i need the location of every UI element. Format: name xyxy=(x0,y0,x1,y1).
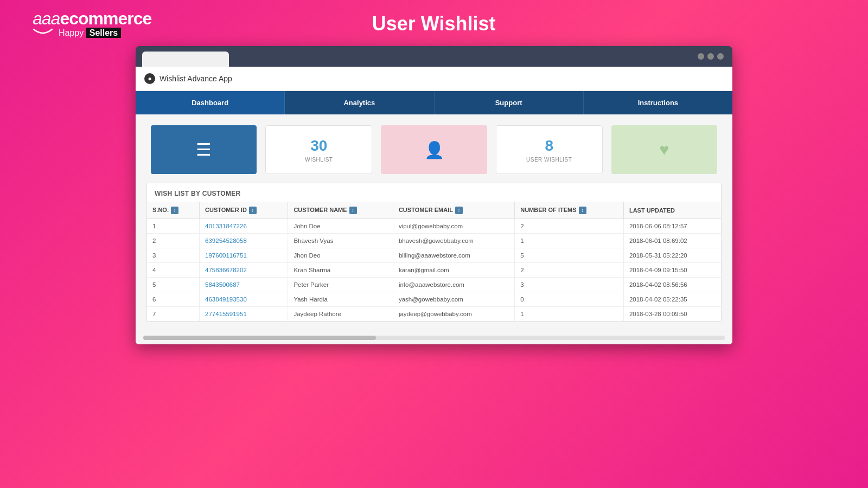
wishlist-number: 30 xyxy=(310,137,327,155)
col-customer-id: CUSTOMER ID↕ xyxy=(200,202,288,219)
cell-customer-id[interactable]: 463849193530 xyxy=(200,292,288,307)
col-customer-name: CUSTOMER NAME↕ xyxy=(288,202,393,219)
cell-customer-name: Kran Sharma xyxy=(288,263,393,278)
logo-area: aaaecommerce Happy Sellers xyxy=(33,10,151,38)
stat-card-user-wishlist: 8 USER WISHLIST xyxy=(496,125,603,174)
cell-customer-email: karan@gmail.com xyxy=(393,263,514,278)
cell-sno: 5 xyxy=(147,278,200,292)
sellers-box-text: Sellers xyxy=(86,28,121,38)
cell-customer-email: vipul@gowebbaby.com xyxy=(393,219,514,234)
browser-dot-2 xyxy=(707,53,714,60)
customer-id-link[interactable]: 5843500687 xyxy=(205,281,240,288)
customer-id-link[interactable]: 463849193530 xyxy=(205,296,247,303)
logo-text: aaaecommerce xyxy=(33,10,151,27)
cell-customer-id[interactable]: 277415591951 xyxy=(200,307,288,322)
browser-dot-3 xyxy=(717,53,724,60)
col-customer-email: CUSTOMER EMAIL↕ xyxy=(393,202,514,219)
tab-dashboard[interactable]: Dashboard xyxy=(136,91,285,114)
table-row: 2 639254528058 Bhavesh Vyas bhavesh@gowe… xyxy=(147,234,721,248)
browser-controls xyxy=(698,53,724,60)
customer-id-link[interactable]: 197600116751 xyxy=(205,252,247,259)
tab-instructions[interactable]: Instructions xyxy=(584,91,732,114)
sort-icon-nitems[interactable]: ↕ xyxy=(579,207,586,214)
cell-num-items: 3 xyxy=(515,278,624,292)
app-title-text: Wishlist Advance App xyxy=(159,74,232,83)
cell-num-items: 1 xyxy=(515,307,624,322)
cell-customer-name: Peter Parker xyxy=(288,278,393,292)
logo-italic: aaa xyxy=(33,9,60,28)
customer-id-link[interactable]: 401331847226 xyxy=(205,223,247,229)
cell-customer-id[interactable]: 639254528058 xyxy=(200,234,288,248)
cell-sno: 4 xyxy=(147,263,200,278)
customer-id-link[interactable]: 639254528058 xyxy=(205,237,247,244)
user-wishlist-number: 8 xyxy=(545,137,553,155)
cell-sno: 1 xyxy=(147,219,200,234)
scrollbar-container[interactable] xyxy=(136,331,732,344)
col-num-items: NUMBER OF ITEMS↕ xyxy=(515,202,624,219)
cell-customer-email: jaydeep@gowebbaby.com xyxy=(393,307,514,322)
cell-num-items: 1 xyxy=(515,234,624,248)
cell-customer-email: info@aaawebstore.com xyxy=(393,278,514,292)
cell-customer-email: yash@gowebbaby.com xyxy=(393,292,514,307)
cell-customer-name: Bhavesh Vyas xyxy=(288,234,393,248)
table-body: 1 401331847226 John Doe vipul@gowebbaby.… xyxy=(147,219,721,322)
table-row: 1 401331847226 John Doe vipul@gowebbaby.… xyxy=(147,219,721,234)
cell-last-updated: 2018-04-02 05:22:35 xyxy=(623,292,721,307)
cell-last-updated: 2018-06-06 08:12:57 xyxy=(623,219,721,234)
browser-chrome xyxy=(136,46,732,67)
app-titlebar: ● Wishlist Advance App xyxy=(136,67,732,91)
cell-customer-id[interactable]: 475836678202 xyxy=(200,263,288,278)
table-row: 3 197600116751 Jhon Deo billing@aaawebst… xyxy=(147,248,721,263)
browser-window: ● Wishlist Advance App Dashboard Analyti… xyxy=(136,46,732,344)
tab-analytics[interactable]: Analytics xyxy=(285,91,434,114)
cell-sno: 2 xyxy=(147,234,200,248)
app-icon: ● xyxy=(144,73,155,84)
customer-id-link[interactable]: 475836678202 xyxy=(205,267,247,273)
browser-tab[interactable] xyxy=(142,52,229,67)
cell-num-items: 2 xyxy=(515,263,624,278)
data-table: S.NO.↕ CUSTOMER ID↕ CUSTOMER NAME↕ CUSTO… xyxy=(147,202,721,322)
cell-sno: 3 xyxy=(147,248,200,263)
scrollbar-track[interactable] xyxy=(143,336,725,340)
stat-card-heart: ♥ xyxy=(611,125,717,174)
cell-last-updated: 2018-04-09 09:15:50 xyxy=(623,263,721,278)
cell-customer-email: bhavesh@gowebbaby.com xyxy=(393,234,514,248)
logo-tagline: Happy Sellers xyxy=(33,28,151,38)
list-icon: ☰ xyxy=(196,141,212,158)
stat-card-list: ☰ xyxy=(151,125,257,174)
sort-icon-sno[interactable]: ↕ xyxy=(171,207,178,214)
table-heading: WISH LIST BY CUSTOMER xyxy=(147,183,721,202)
smile-icon xyxy=(33,28,53,38)
customer-id-link[interactable]: 277415591951 xyxy=(205,311,247,317)
sort-icon-cemail[interactable]: ↕ xyxy=(455,207,463,214)
stats-row: ☰ 30 WISHLIST 👤 8 USER WISHLIST ♥ xyxy=(136,114,732,183)
sort-icon-cname[interactable]: ↕ xyxy=(349,207,357,214)
top-header: aaaecommerce Happy Sellers User Wishlist xyxy=(0,0,868,43)
nav-tabs: Dashboard Analytics Support Instructions xyxy=(136,91,732,114)
happy-text: Happy xyxy=(59,28,84,37)
table-row: 7 277415591951 Jaydeep Rathore jaydeep@g… xyxy=(147,307,721,322)
table-row: 4 475836678202 Kran Sharma karan@gmail.c… xyxy=(147,263,721,278)
table-section: WISH LIST BY CUSTOMER S.NO.↕ CUSTOMER ID… xyxy=(146,183,722,322)
cell-customer-id[interactable]: 5843500687 xyxy=(200,278,288,292)
cell-customer-name: John Doe xyxy=(288,219,393,234)
cell-last-updated: 2018-04-02 08:56:56 xyxy=(623,278,721,292)
cell-customer-name: Jhon Deo xyxy=(288,248,393,263)
cell-last-updated: 2018-03-28 00:09:50 xyxy=(623,307,721,322)
cell-num-items: 2 xyxy=(515,219,624,234)
cell-customer-email: billing@aaawebstore.com xyxy=(393,248,514,263)
app-content: ● Wishlist Advance App Dashboard Analyti… xyxy=(136,67,732,344)
col-sno: S.NO.↕ xyxy=(147,202,200,219)
cell-customer-id[interactable]: 197600116751 xyxy=(200,248,288,263)
heart-icon: ♥ xyxy=(660,140,669,159)
cell-customer-id[interactable]: 401331847226 xyxy=(200,219,288,234)
cell-num-items: 5 xyxy=(515,248,624,263)
cell-last-updated: 2018-06-01 08:69:02 xyxy=(623,234,721,248)
col-last-updated: LAST UPDATED xyxy=(623,202,721,219)
sort-icon-cid[interactable]: ↕ xyxy=(249,207,257,214)
cell-sno: 6 xyxy=(147,292,200,307)
scrollbar-thumb[interactable] xyxy=(143,336,376,340)
tab-support[interactable]: Support xyxy=(435,91,584,114)
cell-customer-name: Jaydeep Rathore xyxy=(288,307,393,322)
stat-card-user: 👤 xyxy=(381,125,487,174)
